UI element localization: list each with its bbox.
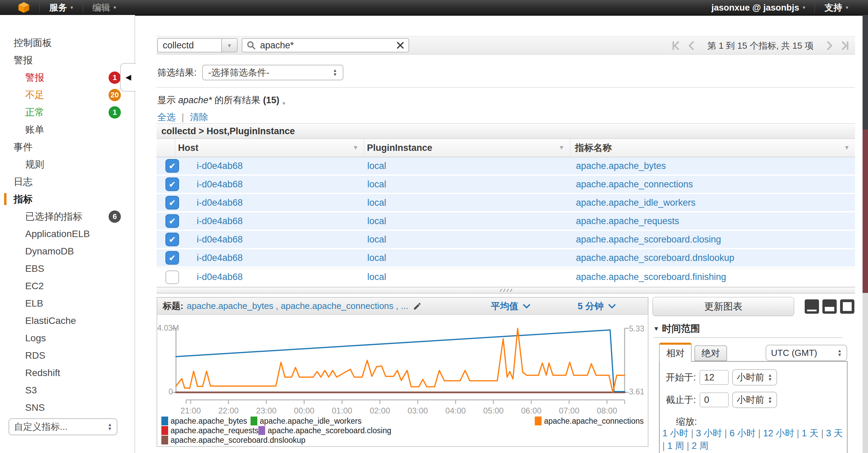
start-value-input[interactable] [700,370,729,385]
sidebar-item[interactable]: S3 [0,381,134,399]
metric-link[interactable]: apache.apache_scoreboard.finishing [570,272,855,282]
clear-selection-link[interactable]: 清除 [190,112,208,122]
sidebar-item[interactable]: 警报1 [0,69,134,86]
plugin-link[interactable]: local [364,161,570,171]
legend-item[interactable]: apache.apache_bytes [161,417,251,426]
column-header-plugininstance[interactable]: PluginInstance ▼ [364,139,570,157]
sidebar-item[interactable]: ElastiCache [0,312,134,329]
row-checkbox[interactable]: ✔ [165,196,179,209]
metric-link[interactable]: apache.apache_requests [570,216,855,226]
column-header-metric-name[interactable]: 指标名称 ▼ [570,139,855,157]
sidebar-item[interactable]: DynamoDB [0,243,134,260]
edit-title-icon[interactable] [413,302,422,311]
zoom-link[interactable]: 2 周 [692,441,709,451]
zoom-link[interactable]: 12 小时 [763,428,794,438]
host-link[interactable]: i-d0e4ab68 [197,198,364,208]
metric-link[interactable]: apache.apache_connections [570,179,855,190]
aws-logo-icon[interactable] [18,1,30,14]
sidebar-collapse-button[interactable]: ◀ [120,63,136,92]
sidebar-item[interactable]: 控制面板 [0,34,134,51]
end-value-input[interactable] [700,392,729,407]
start-unit-select[interactable]: 小时前 ▲▼ [732,369,777,386]
next-page-icon[interactable] [824,40,835,51]
zoom-link[interactable]: 1 天 [802,428,819,438]
zoom-link[interactable]: 1 周 [668,441,685,451]
row-checkbox[interactable]: ✔ [165,251,179,265]
statistic-dropdown[interactable]: 平均值 [491,300,529,312]
metric-link[interactable]: apache.apache_bytes [570,161,855,171]
custom-metric-select[interactable]: 自定义指标... ▲▼ [9,418,117,435]
zoom-link[interactable]: 3 小时 [696,428,722,438]
layout-split-icon[interactable] [822,299,837,314]
row-checkbox[interactable]: ✔ [165,177,179,191]
time-range-header[interactable]: ▼ 时间范围 [653,322,700,335]
host-link[interactable]: i-d0e4ab68 [197,253,364,263]
nav-services[interactable]: 服务 ▾ [49,2,73,14]
zoom-link[interactable]: 3 天 [826,428,843,438]
tab-relative[interactable]: 相对 [659,343,692,362]
sidebar-item[interactable]: 警报 [0,51,134,69]
sidebar-item[interactable]: EC2 [0,277,134,295]
plugin-link[interactable]: local [364,253,570,263]
chart-title-value[interactable]: apache.apache_bytes , apache.apache_conn… [187,301,408,311]
plugin-link[interactable]: local [364,179,570,190]
plugin-link[interactable]: local [364,198,570,208]
zoom-link[interactable]: 1 小时 [662,428,689,438]
sidebar-item[interactable]: Logs [0,329,134,347]
sidebar-item[interactable]: 已选择的指标6 [0,208,134,225]
sidebar-item[interactable]: 指标 [0,190,134,208]
legend-item[interactable]: apache.apache_requests [161,426,258,435]
sidebar-item[interactable]: ApplicationELB [0,225,134,243]
plugin-link[interactable]: local [364,216,570,226]
metric-link[interactable]: apache.apache_scoreboard.closing [570,234,855,245]
end-unit-select[interactable]: 小时前 ▲▼ [732,392,777,408]
scrollbar-thumb[interactable] [863,129,868,293]
sidebar-item[interactable]: Redshift [0,364,134,381]
plugin-link[interactable]: local [364,272,570,282]
update-graph-button[interactable]: 更新图表 [653,297,794,316]
sort-down-icon[interactable]: ▼ [353,144,358,151]
column-header-host[interactable]: Host ▼ [175,139,364,157]
scrollbar-track[interactable] [863,15,868,453]
sidebar-item[interactable]: 不足20 [0,86,134,104]
sidebar-item[interactable]: EBS [0,260,134,277]
nav-edit[interactable]: 编辑 ▾ [93,2,116,14]
zoom-link[interactable]: 6 小时 [729,428,756,438]
row-checkbox[interactable]: ✔ [165,159,179,173]
metric-link[interactable]: apache.apache_idle_workers [570,198,855,208]
host-link[interactable]: i-d0e4ab68 [197,179,364,190]
sidebar-item[interactable]: ELB [0,295,134,312]
prev-page-icon[interactable] [686,40,697,51]
namespace-select[interactable]: collectd ▼ [157,38,238,52]
row-checkbox[interactable] [165,270,179,284]
filter-select[interactable]: -选择筛选条件- ▲▼ [202,65,343,80]
layout-full-icon[interactable] [840,299,854,314]
timezone-select[interactable]: UTC (GMT) ▲▼ [766,345,847,361]
clear-search-icon[interactable] [396,41,404,49]
host-link[interactable]: i-d0e4ab68 [197,234,364,245]
sort-down-icon[interactable]: ▼ [559,144,564,151]
layout-bottom-bar-icon[interactable] [805,299,819,314]
table-resize-handle[interactable] [157,287,855,294]
last-page-icon[interactable] [839,40,850,51]
legend-item[interactable]: apache.apache_scoreboard.closing [258,426,391,435]
sidebar-item[interactable]: 事件 [0,138,134,156]
sidebar-item[interactable]: SNS [0,399,134,416]
host-link[interactable]: i-d0e4ab68 [197,272,364,282]
period-dropdown[interactable]: 5 分钟 [578,300,615,312]
select-all-link[interactable]: 全选 [157,112,176,122]
sidebar-item[interactable]: RDS [0,347,134,364]
host-link[interactable]: i-d0e4ab68 [197,216,364,226]
tab-absolute[interactable]: 绝对 [694,345,727,361]
sidebar-item[interactable]: 正常1 [0,104,134,121]
row-checkbox[interactable]: ✔ [165,233,179,246]
sort-down-icon[interactable]: ▼ [844,144,850,151]
row-checkbox[interactable]: ✔ [165,214,179,228]
nav-support-menu[interactable]: 支持 ▾ [824,2,848,14]
sidebar-item[interactable]: 日志 [0,173,134,190]
host-link[interactable]: i-d0e4ab68 [197,161,364,171]
sidebar-item[interactable]: 规则 [0,156,134,173]
legend-item[interactable]: apache.apache_idle_workers [251,417,361,426]
legend-item[interactable]: apache.apache_connections [535,417,644,426]
first-page-icon[interactable] [671,40,681,51]
